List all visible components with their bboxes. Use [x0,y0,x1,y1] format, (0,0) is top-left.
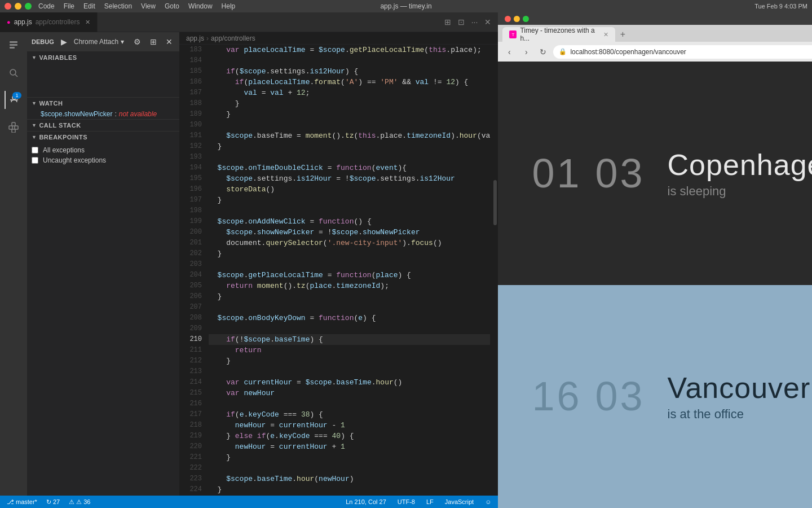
new-tab-button[interactable]: + [615,27,630,42]
language-mode[interactable]: JavaScript [443,498,476,505]
browser-active-tab[interactable]: T Timey - timezones with a h... ✕ [502,27,615,42]
ln-188: 188 [184,98,202,109]
browser-close[interactable] [505,16,511,22]
uncaught-exceptions-checkbox[interactable] [32,157,38,164]
code-editor[interactable]: app.js › app/controllers 183 184 185 186… [179,32,498,496]
breakpoint-item-1: Uncaught exceptions [27,155,179,165]
variables-header[interactable]: ▼ VARIABLES [27,52,179,63]
menu-file[interactable]: File [64,2,74,10]
city-section-copenhagen: 01 03 Copenhagen is sleeping [498,62,812,285]
city-section-vancouver: 16 03 Vancouver is at the office + [498,285,812,509]
activity-extensions[interactable] [5,118,23,136]
encoding[interactable]: UTF-8 [395,498,417,505]
call-stack-label: CALL STACK [39,122,81,129]
copenhagen-name: Copenhagen [668,148,812,182]
code-line-184 [209,55,490,66]
breakpoints-section: ▼ BREAKPOINTS All exceptions Uncaught ex… [27,132,179,496]
reload-button[interactable]: ↻ [536,45,550,59]
ln-199: 199 [184,216,202,227]
ln-216: 216 [184,398,202,409]
feedback-icon[interactable]: ☺ [483,498,493,505]
ln-187: 187 [184,87,202,98]
status-bar: ⎇ master* ↻ 27 ⚠ ⚠ 36 Ln 210, Col 27 UTF… [0,496,498,508]
vancouver-status: is at the office [668,407,811,422]
ln-191: 191 [184,130,202,141]
line-endings[interactable]: LF [424,498,436,505]
code-line-208: $scope.onBodyKeyDown = function(e) { [209,313,490,323]
url-text: localhost:8080/copenhagen/vancouver [570,48,812,56]
run-button[interactable]: ▶ [59,36,69,47]
code-line-218: newHour = currentHour - 1 [209,420,490,431]
code-line-210: if(!$scope.baseTime) { [209,334,490,345]
code-line-188: } [209,98,490,109]
menu-goto[interactable]: Goto [165,2,179,10]
forward-button[interactable]: › [519,45,533,59]
ln-185: 185 [184,66,202,77]
toggle-panel-icon[interactable]: ⊡ [456,16,467,28]
tab-close-icon[interactable]: ✕ [85,19,90,26]
sync-status[interactable]: ↻ 27 [44,498,62,506]
editor-tab-appjs[interactable]: ● app.js app/controllers ✕ [0,12,98,32]
code-line-207 [209,302,490,313]
activity-debug[interactable]: 1 [5,91,23,109]
titlebar-file-title: app.js — timey.in [380,2,431,10]
sync-count: 27 [53,498,60,505]
breadcrumb: app.js › app/controllers [179,32,498,45]
copenhagen-status: is sleeping [668,184,812,199]
split-editor-icon[interactable]: ⊞ [442,16,453,28]
menu-help[interactable]: Help [222,2,236,10]
browser-tab-bar: T Timey - timezones with a h... ✕ + [498,25,812,42]
menu-view[interactable]: View [141,2,156,10]
debug-settings-icon[interactable]: ⚙ [131,36,143,47]
activity-search[interactable] [5,64,23,82]
browser-tab-close-icon[interactable]: ✕ [603,31,608,38]
svg-rect-10 [12,122,15,126]
minimize-button[interactable] [15,3,21,10]
call-stack-header[interactable]: ▼ CALL STACK [27,120,179,131]
code-line-187: val = val + 12; [209,87,490,98]
code-line-212: } [209,356,490,366]
debug-close-icon[interactable]: ✕ [164,36,175,47]
editor-scrollbar[interactable] [490,45,498,496]
watch-label: WATCH [39,100,63,107]
maximize-button[interactable] [25,3,32,10]
debug-split-icon[interactable]: ⊞ [148,36,159,47]
titlebar-clock: Tue Feb 9 4:03 PM [754,3,807,10]
activity-explorer[interactable] [5,37,23,55]
warning-icon: ⚠ [69,498,74,506]
code-line-216 [209,398,490,409]
menu-selection[interactable]: Selection [104,2,132,10]
call-stack-arrow-icon: ▼ [32,122,37,128]
watch-header[interactable]: ▼ WATCH [27,98,179,109]
menu-code[interactable]: Code [38,2,55,10]
more-actions-icon[interactable]: ··· [469,16,480,28]
code-content: 183 184 185 186 187 188 189 190 191 192 … [179,45,498,496]
breadcrumb-path: app/controllers [211,34,255,42]
address-bar[interactable]: 🔒 localhost:8080/copenhagen/vancouver ☆ [553,45,812,59]
browser-maximize[interactable] [523,16,529,22]
ln-214: 214 [184,377,202,388]
code-line-223: $scope.baseTime.hour(newHour) [209,474,490,484]
code-line-206: } [209,291,490,302]
vancouver-name: Vancouver [668,371,811,405]
ln-201: 201 [184,238,202,248]
close-button[interactable] [5,3,11,10]
ln-200: 200 [184,227,202,238]
browser-minimize[interactable] [514,16,520,22]
svg-rect-9 [15,126,18,129]
debug-config-selector[interactable]: Chrome Attach ▾ [74,38,124,46]
cursor-position[interactable]: Ln 210, Col 27 [343,498,389,505]
browser-titlebar [498,12,812,25]
browser-traffic-lights [505,16,529,22]
git-branch[interactable]: ⎇ master* [5,498,39,506]
menu-edit[interactable]: Edit [83,2,95,10]
tab-favicon-icon: T [509,30,517,38]
close-editor-icon[interactable]: ✕ [482,16,493,28]
mac-titlebar: Code File Edit Selection View Goto Windo… [0,0,812,12]
back-button[interactable]: ‹ [502,45,516,59]
warnings-status[interactable]: ⚠ ⚠ 36 [67,498,92,506]
vscode-panel: ● app.js app/controllers ✕ ⊞ ⊡ ··· ✕ [0,12,498,508]
menu-window[interactable]: Window [188,2,213,10]
all-exceptions-checkbox[interactable] [32,147,38,154]
breakpoints-header[interactable]: ▼ BREAKPOINTS [27,132,179,143]
